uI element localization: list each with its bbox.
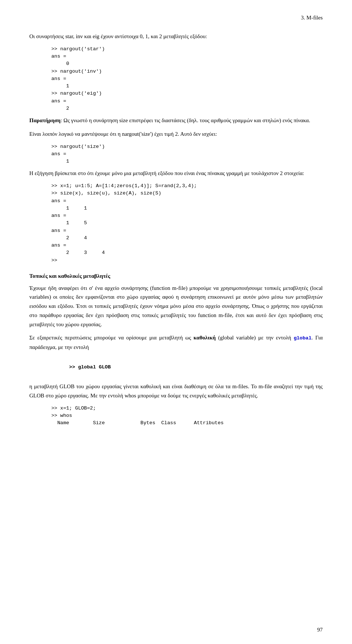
code-whos: >> x=1; GLOB=2; >> whos Name Size Bytes … (51, 405, 323, 427)
code-nargout-size: >> nargout('size') ans = 1 (51, 143, 323, 165)
code-global-text: >> global GLOB (69, 364, 111, 370)
global-paragraph: Σε εξαιρετικές περιπτώσεις μπορούμε να ο… (29, 333, 323, 352)
global-blue-code: global (294, 335, 312, 341)
logical-paragraph: Είναι λοιπόν λογικό να μαντέψουμε ότι η … (29, 130, 323, 139)
note-text: : Ως γνωστό η συνάρτηση size επιστρέφει … (60, 117, 310, 123)
page-header: 3. M-files (29, 15, 323, 21)
chapter-title: 3. M-files (301, 15, 323, 21)
note-label: Παρατήρηση (29, 117, 60, 123)
main-content: Οι συναρτήσεις star, inv και eig έχουν α… (29, 32, 323, 427)
section-para1: Έχουμε ήδη αναφέρει ότι σ' ένα αρχείο συ… (29, 284, 323, 329)
code-nargout: >> nargout('star') ans = 0 >> nargout('i… (51, 46, 323, 112)
code-size-example: >> x=1; u=1:5; A=[1:4;zeros(1,4)]; S=ran… (51, 182, 323, 264)
explanation-paragraph: Η εξήγηση βρίσκεται στο ότι έχουμε μόνο … (29, 169, 323, 178)
note-paragraph: Παρατήρηση: Ως γνωστό η συνάρτηση size ε… (29, 116, 323, 125)
section-title: Τοπικές και καθολικές μεταβλητές (29, 272, 323, 281)
code-global: >> global GLOB (51, 356, 323, 378)
global-para-mid: (global variable) με την εντολή (216, 335, 294, 341)
glob-explanation: η μεταβλητή GLOB του χώρου εργασίας γίνε… (29, 382, 323, 400)
intro-paragraph: Οι συναρτήσεις star, inv και eig έχουν α… (29, 32, 323, 41)
page-container: 3. M-files Οι συναρτήσεις star, inv και … (0, 0, 352, 644)
global-bold-word: καθολική (194, 335, 216, 341)
global-para-start: Σε εξαιρετικές περιπτώσεις μπορούμε να ο… (29, 335, 194, 341)
page-number: 97 (317, 627, 323, 633)
